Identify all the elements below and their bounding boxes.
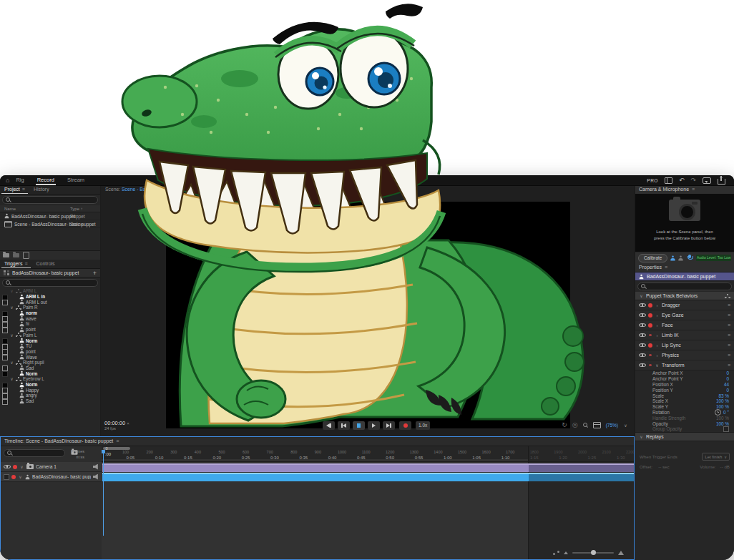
chevron-right-icon[interactable]: › bbox=[655, 343, 660, 348]
tab-controls[interactable]: Controls bbox=[32, 260, 59, 268]
chevron-right-icon[interactable]: › bbox=[655, 333, 660, 338]
chevron-down-icon[interactable]: ∨ bbox=[18, 474, 23, 479]
param-value[interactable]: 83 % bbox=[718, 393, 729, 398]
trigger-item-row[interactable]: Sad bbox=[0, 365, 100, 371]
panel-menu-icon[interactable]: ≡ bbox=[116, 437, 119, 446]
behavior-row-dragger[interactable]: ›Dragger≡ bbox=[635, 300, 734, 310]
trigger-item-row[interactable]: TU bbox=[0, 343, 100, 349]
trigger-item-row[interactable]: point bbox=[0, 349, 100, 355]
panel-menu-icon[interactable]: ≡ bbox=[665, 263, 667, 272]
face-tracking-icon[interactable] bbox=[671, 255, 675, 260]
behavior-menu-icon[interactable]: ≡ bbox=[728, 303, 730, 308]
behavior-menu-icon[interactable]: ≡ bbox=[728, 333, 730, 338]
tab-project[interactable]: Project≡ bbox=[0, 185, 29, 194]
chevron-down-icon[interactable]: ∨ bbox=[9, 360, 14, 365]
param-number[interactable]: 100 % bbox=[716, 421, 729, 426]
trigger-group-row[interactable]: ∨Right pupil bbox=[0, 360, 100, 365]
trigger-item-row[interactable]: Sad bbox=[0, 398, 100, 404]
param-number[interactable]: 0 ° bbox=[723, 410, 729, 415]
panel-menu-icon[interactable]: ≡ bbox=[22, 185, 25, 194]
arm-for-record-dot[interactable] bbox=[648, 323, 652, 328]
comment-icon[interactable] bbox=[703, 177, 711, 184]
when-trigger-ends-select[interactable]: Let finish∨ bbox=[702, 453, 730, 461]
param-value[interactable]: 0 bbox=[726, 376, 729, 381]
param-row[interactable]: Opacity100 % bbox=[635, 421, 734, 426]
param-number[interactable]: 44 bbox=[724, 382, 729, 387]
arm-for-record-dot[interactable] bbox=[649, 354, 652, 357]
tab-record[interactable]: Record bbox=[37, 175, 54, 185]
behavior-row-physics[interactable]: ›Physics≡ bbox=[635, 350, 734, 360]
project-column-header[interactable]: Name Type ↑ bbox=[0, 205, 100, 212]
properties-search-input[interactable] bbox=[637, 283, 732, 290]
trigger-item-row[interactable]: norm bbox=[0, 310, 100, 316]
selected-puppet-row[interactable]: BadAssDinosaur- basic puppet bbox=[635, 272, 734, 281]
microphone-icon[interactable] bbox=[686, 255, 693, 262]
trigger-group-row[interactable]: ∨Palm L bbox=[0, 333, 100, 338]
arm-for-record-dot[interactable] bbox=[13, 465, 17, 469]
trigger-item-row[interactable]: point bbox=[0, 327, 100, 333]
param-row[interactable]: Anchor Point Y0 bbox=[635, 376, 734, 382]
trigger-item-row[interactable]: Norm bbox=[0, 382, 100, 388]
trigger-item-row[interactable]: Norm bbox=[0, 370, 100, 376]
param-value[interactable]: 44 bbox=[724, 382, 729, 387]
checkbox[interactable] bbox=[723, 426, 729, 432]
visibility-eye-icon[interactable] bbox=[639, 342, 646, 348]
param-row[interactable]: Rotation0 ° bbox=[635, 410, 734, 416]
new-folder-icon[interactable] bbox=[3, 253, 9, 257]
scene-link[interactable]: Scene - BadAssDinosaur- basic puppet bbox=[122, 187, 207, 192]
add-trigger-button[interactable]: + bbox=[93, 270, 97, 277]
arm-for-record-dot[interactable] bbox=[648, 343, 652, 348]
param-row[interactable]: Position Y0 bbox=[635, 387, 734, 393]
behavior-row-lip-sync[interactable]: ›Lip Sync≡ bbox=[635, 340, 734, 350]
behavior-menu-icon[interactable]: ≡ bbox=[728, 313, 730, 318]
stop-button[interactable] bbox=[353, 421, 365, 430]
behavior-row-face[interactable]: ›Face≡ bbox=[635, 320, 734, 330]
timeline-zoom-slider[interactable] bbox=[572, 552, 614, 554]
param-row[interactable]: Handle Strength100 % bbox=[635, 415, 734, 421]
scene-stage[interactable] bbox=[166, 202, 570, 428]
chevron-down-icon[interactable]: ∨ bbox=[19, 464, 24, 469]
chevron-right-icon[interactable]: › bbox=[655, 323, 660, 328]
import-icon[interactable] bbox=[13, 253, 19, 257]
refresh-view-icon[interactable]: ↻ bbox=[562, 422, 567, 428]
body-tracking-icon[interactable] bbox=[679, 255, 683, 260]
clock-icon[interactable] bbox=[715, 409, 721, 416]
trigger-swatch[interactable] bbox=[2, 399, 8, 405]
visibility-eye-icon[interactable] bbox=[639, 302, 646, 308]
zoom-tool-icon[interactable] bbox=[583, 423, 588, 428]
tab-history[interactable]: History bbox=[29, 185, 54, 194]
behavior-row-limb-ik[interactable]: ›Limb IK≡ bbox=[635, 330, 734, 340]
timeline-track-row[interactable]: ∨BadAssDinosaur- basic puppet bbox=[1, 472, 102, 482]
behavior-row-eye-gaze[interactable]: ›Eye Gaze≡ bbox=[635, 310, 734, 320]
param-row[interactable]: Group Opacity bbox=[635, 426, 734, 432]
param-value[interactable]: 0 bbox=[726, 370, 729, 375]
visibility-eye-icon[interactable] bbox=[639, 362, 646, 368]
chevron-right-icon[interactable]: › bbox=[655, 353, 660, 358]
trigger-item-row[interactable]: ARM L in bbox=[0, 294, 100, 300]
visibility-eye-icon[interactable] bbox=[639, 352, 646, 358]
playback-speed[interactable]: 1.0x bbox=[416, 421, 430, 430]
arm-for-record-dot[interactable] bbox=[649, 334, 652, 337]
playhead[interactable] bbox=[103, 450, 104, 536]
arm-for-record-dot[interactable] bbox=[648, 313, 652, 318]
new-item-icon[interactable] bbox=[23, 252, 29, 259]
arm-for-record-dot[interactable] bbox=[649, 364, 652, 367]
arm-for-record-dot[interactable] bbox=[648, 303, 652, 308]
timeline-lane[interactable]: 1002003004005006007008009001000110012001… bbox=[102, 446, 634, 559]
trigger-item-row[interactable]: Happy bbox=[0, 387, 100, 393]
visibility-eye-icon[interactable] bbox=[4, 463, 11, 470]
timeline-search-input[interactable] bbox=[4, 449, 65, 457]
trigger-group-row[interactable]: ∨Eyebrow L bbox=[0, 376, 100, 382]
add-behavior-icon[interactable] bbox=[725, 294, 730, 298]
calibrate-button[interactable]: Calibrate bbox=[638, 254, 667, 262]
trigger-item-row[interactable]: Wave bbox=[0, 354, 100, 360]
chevron-down-icon[interactable]: ∨ bbox=[9, 288, 14, 293]
param-value[interactable] bbox=[723, 426, 729, 432]
ruler-time-row[interactable]: 0:050:100:150:200:250:300:350:400:450:50… bbox=[102, 456, 634, 462]
replays-header[interactable]: ∨ Replays bbox=[635, 433, 734, 441]
track-bar[interactable] bbox=[102, 473, 634, 481]
chevron-right-icon[interactable]: › bbox=[655, 303, 660, 308]
visibility-eye-icon[interactable] bbox=[639, 332, 646, 338]
triggers-search-input[interactable] bbox=[2, 279, 98, 287]
scene-timecode[interactable]: 00:00:00 × bbox=[104, 420, 129, 426]
